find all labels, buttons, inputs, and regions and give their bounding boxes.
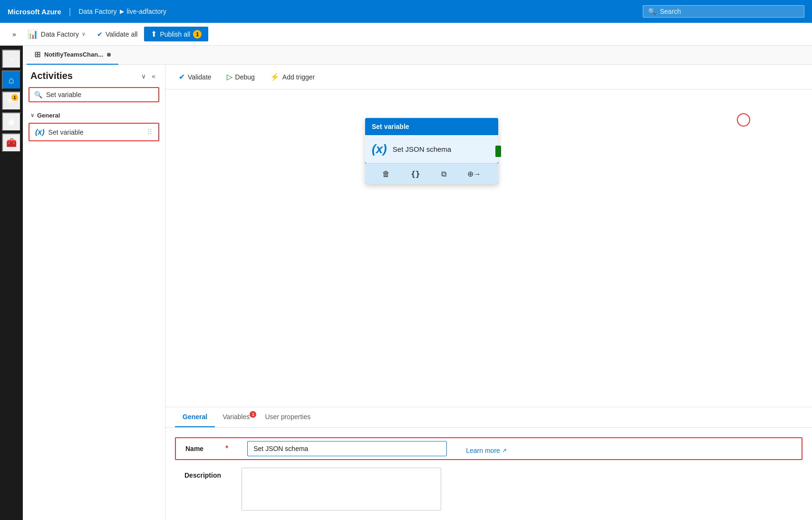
activities-controls: ∨ « (139, 71, 157, 81)
pipeline-tabs-bar: ⊞ NotifiyTeamsChan... (23, 46, 812, 65)
pipeline-tab-label: NotifiyTeamsChan... (44, 51, 103, 58)
validate-all-button[interactable]: ✔ Validate all (92, 28, 142, 41)
breadcrumb-item-1[interactable]: Data Factory (78, 8, 116, 15)
name-form-group: Name * Learn more ↗ (175, 437, 802, 460)
tab-variables[interactable]: Variables 1 (215, 407, 257, 427)
manage-icon: 🧰 (6, 137, 17, 148)
add-trigger-label: Add trigger (282, 73, 315, 81)
canvas-toolbar: ✔ Validate ▷ Debug ⚡ Add trigger (165, 65, 812, 89)
data-factory-label: Data Factory (41, 30, 79, 38)
search-icon: 🔍 (648, 8, 656, 15)
main-layout: » ⌂ ✏ 1 ◉ 🧰 ⊞ NotifiyTeamsChan... (0, 46, 812, 520)
expand-collapse-button[interactable]: » (2, 49, 21, 69)
activity-card-name: Set JSON schema (393, 145, 451, 153)
validate-icon: ✔ (97, 30, 103, 38)
search-icon: 🔍 (34, 91, 42, 98)
nav-separator: | (69, 7, 71, 17)
activities-panel: Activities ∨ « 🔍 ∨ General (23, 65, 165, 520)
right-panel: ✔ Validate ▷ Debug ⚡ Add trigger (165, 65, 812, 520)
activity-item-left: (x) Set variable (35, 128, 84, 137)
connect-icon: ⊕→ (467, 170, 481, 178)
sidebar-item-home[interactable]: ⌂ (2, 70, 21, 89)
tab-variables-label: Variables (222, 413, 250, 421)
sidebar-item-monitor[interactable]: ◉ (2, 112, 21, 131)
connect-activity-button[interactable]: ⊕→ (464, 167, 485, 180)
name-input[interactable] (247, 441, 447, 456)
delete-icon: 🗑 (382, 170, 390, 178)
activities-search-input[interactable] (46, 91, 154, 98)
canvas-content: Set variable (x) Set JSON schema 🗑 (165, 89, 812, 407)
pipeline-tab-icon: ⊞ (34, 50, 40, 59)
forms-container: Name * Learn more ↗ (175, 437, 802, 510)
expand-button[interactable]: » (8, 28, 21, 41)
secondary-toolbar: » 📊 Data Factory ∨ ✔ Validate all ⬆ Publ… (0, 23, 812, 46)
content-area: ⊞ NotifiyTeamsChan... Activities ∨ « 🔍 (23, 46, 812, 520)
tab-user-properties[interactable]: User properties (257, 407, 318, 427)
tab-general-label: General (183, 413, 207, 421)
activity-card-title: Set variable (372, 123, 409, 130)
publish-all-label: Publish all (160, 30, 190, 38)
sidebar-item-manage[interactable]: 🧰 (2, 133, 21, 152)
bottom-panel: General Variables 1 User properties (165, 407, 812, 520)
bottom-form-content: Name * Learn more ↗ (165, 428, 812, 520)
validate-label: Validate (188, 73, 212, 81)
activity-card-body: (x) Set JSON schema (365, 135, 498, 163)
delete-activity-button[interactable]: 🗑 (378, 167, 394, 180)
set-variable-icon: (x) (35, 128, 45, 137)
name-label: Name (185, 445, 223, 452)
set-variable-label: Set variable (48, 128, 84, 136)
group-header-general[interactable]: ∨ General (23, 110, 165, 121)
pipeline-tab-notifiy[interactable]: ⊞ NotifiyTeamsChan... (27, 46, 118, 65)
monitor-icon: ◉ (8, 117, 15, 127)
tab-general[interactable]: General (175, 407, 215, 427)
json-activity-button[interactable]: {} (407, 167, 424, 180)
home-icon: ⌂ (9, 75, 14, 86)
copy-activity-button[interactable]: ⧉ (437, 167, 450, 180)
trigger-icon: ⚡ (270, 72, 280, 81)
bottom-tabs: General Variables 1 User properties (165, 407, 812, 428)
sidebar-item-author[interactable]: ✏ 1 (2, 91, 21, 110)
group-label-general: General (37, 112, 60, 119)
copy-icon: ⧉ (441, 170, 446, 178)
learn-more-label: Learn more (466, 447, 500, 454)
learn-more-link[interactable]: Learn more ↗ (466, 447, 507, 454)
card-right-edge (495, 146, 501, 157)
activity-card-header: Set variable (365, 118, 498, 135)
publish-all-button[interactable]: ⬆ Publish all 1 (144, 27, 208, 41)
activities-header: Activities ∨ « (23, 65, 165, 85)
activities-group-general: ∨ General (x) Set variable ⠿ (23, 108, 165, 145)
name-required-marker: * (225, 444, 228, 453)
activity-item-set-variable[interactable]: (x) Set variable ⠿ (29, 123, 159, 141)
activity-body-icon: (x) (372, 142, 387, 157)
activity-card-set-variable[interactable]: Set variable (x) Set JSON schema 🗑 (365, 118, 498, 184)
publish-icon: ⬆ (151, 29, 157, 39)
sidebar-icon-panel: » ⌂ ✏ 1 ◉ 🧰 (0, 46, 23, 520)
data-factory-button[interactable]: 📊 Data Factory ∨ (23, 26, 90, 42)
debug-button[interactable]: ▷ Debug (223, 70, 259, 83)
validate-check-icon: ✔ (179, 72, 185, 81)
search-bar[interactable]: 🔍 Search (643, 5, 804, 18)
data-factory-chevron: ∨ (82, 31, 86, 37)
external-link-icon: ↗ (502, 447, 507, 454)
collapse-icon-button[interactable]: ∨ (139, 71, 148, 81)
validate-all-label: Validate all (106, 30, 137, 38)
top-navigation-bar: Microsoft Azure | Data Factory ▶ live-ad… (0, 0, 812, 23)
breadcrumb: Data Factory ▶ live-adfactory (78, 8, 166, 15)
drag-handle[interactable]: ⠿ (147, 128, 153, 137)
close-panel-button[interactable]: « (150, 71, 157, 81)
breadcrumb-arrow: ▶ (120, 8, 124, 15)
breadcrumb-item-2[interactable]: live-adfactory (127, 8, 166, 15)
add-trigger-button[interactable]: ⚡ Add trigger (266, 70, 319, 83)
json-icon: {} (411, 169, 420, 178)
search-placeholder: Search (660, 8, 681, 15)
pipeline-tab-dot (107, 53, 111, 57)
activities-search-box[interactable]: 🔍 (29, 87, 159, 102)
validate-button[interactable]: ✔ Validate (175, 70, 215, 83)
description-textarea[interactable] (242, 468, 441, 510)
debug-icon: ▷ (227, 72, 232, 81)
author-badge: 1 (11, 94, 18, 101)
activities-title: Activities (30, 70, 73, 81)
description-label: Description (184, 468, 222, 479)
pipeline-area: Activities ∨ « 🔍 ∨ General (23, 65, 812, 520)
publish-badge: 1 (193, 30, 202, 39)
